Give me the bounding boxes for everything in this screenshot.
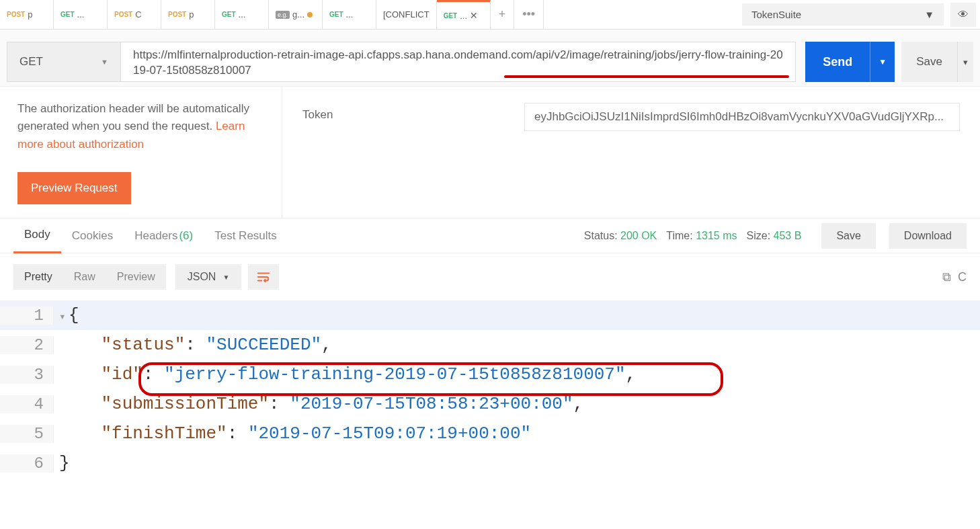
close-icon[interactable]: ✕ — [470, 10, 478, 21]
url-input-wrap: https://mlfinternalproduction-retrain-im… — [121, 42, 796, 82]
download-response-button[interactable]: Download — [889, 223, 967, 249]
chevron-down-icon: ▼ — [101, 58, 108, 66]
format-bar: Pretty Raw Preview JSON▼ ⧉ C — [0, 253, 980, 300]
new-tab-button[interactable]: + — [491, 0, 515, 29]
preview-request-button[interactable]: Preview Request — [17, 172, 131, 204]
tab-post-3[interactable]: POSTp — [161, 0, 215, 29]
token-label: Token — [302, 103, 524, 122]
tab-get-3[interactable]: GET... — [323, 0, 376, 29]
method-badge: GET — [222, 11, 236, 18]
tab-get-1[interactable]: GET... — [54, 0, 108, 29]
example-badge: e.g. — [276, 11, 290, 19]
method-badge: POST — [168, 11, 186, 18]
environment-quicklook-button[interactable]: 👁 — [950, 3, 976, 27]
top-tab-bar: POSTp GET... POSTC POSTp GET... e.g.g...… — [0, 0, 980, 30]
copy-icon[interactable]: ⧉ — [942, 270, 951, 284]
token-pane: Token eyJhbGciOiJSUzI1NiIsImprdSI6Imh0dH… — [282, 87, 980, 218]
send-dropdown[interactable]: ▼ — [870, 42, 895, 82]
tab-post-2[interactable]: POSTC — [108, 0, 161, 29]
request-bar: GET▼ https://mlfinternalproduction-retra… — [0, 30, 980, 87]
tab-get-2[interactable]: GET... — [215, 0, 269, 29]
tab-active[interactable]: GET...✕ — [437, 0, 491, 29]
auth-row: The authorization header will be automat… — [0, 87, 980, 218]
view-pretty[interactable]: Pretty — [13, 264, 63, 290]
fold-icon[interactable]: ▾ — [59, 310, 69, 323]
unsaved-dot-icon — [307, 12, 313, 17]
save-response-button[interactable]: Save — [821, 223, 875, 249]
tab-overflow-button[interactable]: ••• — [514, 0, 544, 29]
view-mode-group: Pretty Raw Preview — [13, 264, 166, 290]
response-status: Status: 200 OK Time: 1315 ms Size: 453 B… — [584, 223, 967, 249]
method-badge: POST — [7, 11, 25, 18]
annotation-underline — [504, 75, 789, 78]
chevron-down-icon: ▼ — [924, 9, 934, 20]
save-dropdown[interactable]: ▾ — [957, 42, 973, 82]
wrap-lines-button[interactable] — [248, 264, 279, 290]
chevron-down-icon: ▼ — [222, 274, 229, 281]
request-tabs: POSTp GET... POSTC POSTp GET... e.g.g...… — [0, 0, 491, 29]
tab-conflict[interactable]: [CONFLICT — [376, 0, 437, 29]
view-preview[interactable]: Preview — [106, 264, 166, 290]
save-button[interactable]: Save ▾ — [901, 42, 973, 82]
token-value-input[interactable]: eyJhbGciOiJSUzI1NiIsImprdSI6Imh0dHBzOi8v… — [524, 103, 960, 131]
auth-info-pane: The authorization header will be automat… — [0, 87, 282, 218]
tab-test-results[interactable]: Test Results — [204, 218, 288, 253]
method-select[interactable]: GET▼ — [7, 42, 121, 82]
response-tab-bar: Body Cookies Headers (6) Test Results St… — [0, 218, 980, 253]
tab-body[interactable]: Body — [13, 218, 61, 253]
tab-example[interactable]: e.g.g... — [269, 0, 323, 29]
tab-cookies[interactable]: Cookies — [61, 218, 124, 253]
wrap-icon — [256, 270, 271, 284]
response-body: 1▾{ 2 "status": "SUCCEEDED", 3 "id": "je… — [0, 300, 980, 478]
auth-info-text: The authorization header will be automat… — [17, 100, 264, 153]
method-badge: GET — [329, 11, 343, 18]
view-raw[interactable]: Raw — [63, 264, 106, 290]
send-button[interactable]: Send ▼ — [805, 42, 895, 82]
method-badge: GET — [444, 12, 458, 19]
method-badge: GET — [60, 11, 75, 18]
language-select[interactable]: JSON▼ — [175, 264, 242, 290]
tab-post-1[interactable]: POSTp — [0, 0, 54, 29]
method-badge: POST — [114, 11, 132, 18]
search-icon[interactable]: C — [958, 270, 967, 284]
environment-select[interactable]: TokenSuite▼ — [742, 3, 944, 26]
environment-area: TokenSuite▼ 👁 — [738, 0, 980, 29]
tab-headers[interactable]: Headers (6) — [124, 218, 204, 253]
